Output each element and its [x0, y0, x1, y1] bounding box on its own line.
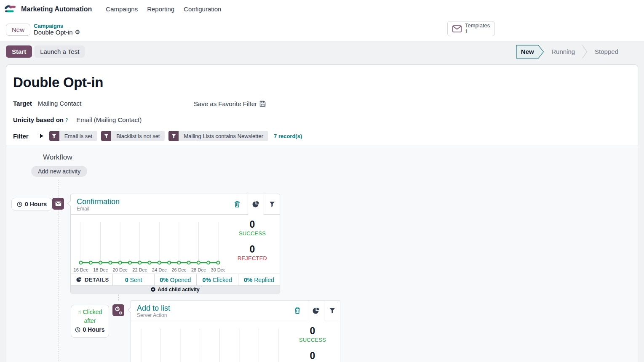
- graph-tab-pie-icon[interactable]: [308, 301, 324, 321]
- unicity-label: Unicity based on: [13, 116, 64, 123]
- svg-text:30 Dec: 30 Dec: [211, 267, 225, 272]
- templates-count: 1: [465, 29, 490, 35]
- menu-campaigns[interactable]: Campaigns: [101, 3, 142, 15]
- add-new-activity-button[interactable]: Add new activity: [31, 166, 87, 177]
- filter-row: Filter Email is set Blacklist is not set: [13, 130, 631, 141]
- trash-icon[interactable]: [232, 199, 242, 209]
- menu-configuration[interactable]: Configuration: [179, 3, 226, 15]
- control-panel: New Campaigns Double Opt-in ⚙ Templates …: [0, 18, 644, 41]
- save-favorite-filter[interactable]: Save as Favorite Filter: [194, 100, 266, 107]
- svg-text:22 Dec: 22 Dec: [132, 267, 147, 272]
- funnel-icon: [49, 131, 59, 141]
- activity-graph-body: 16 Dec18 Dec20 Dec22 Dec24 Dec26 Dec28 D…: [71, 215, 280, 274]
- stage-running[interactable]: Running: [544, 45, 582, 59]
- details-button[interactable]: DETAILS: [71, 274, 112, 285]
- filter-tab-funnel-icon[interactable]: [324, 301, 340, 321]
- top-navbar: Marketing Automation Campaigns Reporting…: [0, 0, 644, 18]
- activity-type: Server Action: [137, 313, 293, 318]
- activity-line-chart: [131, 321, 285, 362]
- trigger-delay: 0 Hours: [25, 201, 47, 208]
- filter-tag-mailing-lists[interactable]: Mailing Lists contains Newsletter: [168, 131, 268, 141]
- app-name[interactable]: Marketing Automation: [21, 5, 92, 13]
- funnel-icon: [168, 131, 179, 141]
- svg-text:18 Dec: 18 Dec: [93, 267, 108, 272]
- success-value: 0: [225, 219, 280, 230]
- activity-kpis: 0 SUCCESS 0: [285, 321, 340, 362]
- graph-tab-pie-icon[interactable]: [248, 194, 264, 215]
- activity-title[interactable]: Add to list: [137, 304, 293, 312]
- envelope-icon[interactable]: [52, 198, 64, 210]
- activity-stats-row: DETAILS 0 Sent 0% Opened 0% Clicked: [71, 274, 280, 285]
- activity-card-add-to-list: Add to list Server Action: [131, 300, 340, 362]
- success-label: SUCCESS: [225, 230, 280, 237]
- menu-reporting[interactable]: Reporting: [142, 3, 179, 15]
- stat-opened[interactable]: 0% Opened: [154, 274, 196, 285]
- campaign-form-sheet: Double Opt-in Target Mailing Contact Sav…: [6, 64, 638, 362]
- stage-new[interactable]: New: [516, 45, 544, 59]
- gears-icon[interactable]: ⚙ ⚙: [112, 304, 124, 316]
- breadcrumb-campaigns-link[interactable]: Campaigns: [34, 23, 80, 29]
- new-button[interactable]: New: [6, 24, 30, 36]
- add-child-activity-button[interactable]: Add child activity: [71, 285, 280, 293]
- trigger-badge-clicked-after[interactable]: ☝ Clicked after 0 Hours: [71, 305, 109, 338]
- start-button[interactable]: Start: [6, 45, 32, 58]
- activity-line-chart: 16 Dec18 Dec20 Dec22 Dec24 Dec26 Dec28 D…: [71, 215, 225, 274]
- stage-new-label: New: [516, 45, 539, 59]
- svg-text:20 Dec: 20 Dec: [113, 267, 128, 272]
- rejected-value: 0: [225, 244, 280, 255]
- templates-button[interactable]: Templates 1: [447, 21, 495, 36]
- trigger-condition: ☝ Clicked after: [78, 309, 102, 324]
- trigger-delay: 0 Hours: [74, 325, 106, 334]
- activity-graph-body: 0 SUCCESS 0: [131, 321, 340, 362]
- activity-card-header: Add to list Server Action: [131, 301, 340, 321]
- activity-card-header: Confirmation Email: [71, 194, 280, 215]
- filter-tag-label: Blacklist is not set: [111, 131, 165, 141]
- save-icon: [259, 101, 266, 107]
- svg-text:26 Dec: 26 Dec: [171, 267, 186, 272]
- filter-tab-funnel-icon[interactable]: [264, 194, 280, 215]
- campaign-title[interactable]: Double Opt-in: [13, 73, 631, 92]
- activity-title[interactable]: Confirmation: [77, 198, 232, 206]
- svg-text:24 Dec: 24 Dec: [152, 267, 167, 272]
- filter-tag-blacklist[interactable]: Blacklist is not set: [101, 131, 165, 141]
- target-value[interactable]: Mailing Contact: [38, 100, 81, 107]
- rejected-value: 0: [285, 350, 340, 361]
- breadcrumb-current: Double Opt-in ⚙: [34, 29, 80, 36]
- campaign-form: Double Opt-in Target Mailing Contact Sav…: [6, 65, 638, 141]
- hand-pointer-icon: ☝: [78, 309, 81, 315]
- unicity-value[interactable]: Email (Mailing Contact): [76, 116, 142, 123]
- stat-clicked[interactable]: 0% Clicked: [196, 274, 238, 285]
- page-background: Start Launch a Test New Running Stopped …: [0, 41, 644, 362]
- breadcrumb: Campaigns Double Opt-in ⚙: [34, 23, 80, 35]
- trigger-badge-hours[interactable]: 0 Hours: [11, 198, 52, 210]
- plus-circle-icon: [151, 287, 155, 292]
- filter-tag-label: Mailing Lists contains Newsletter: [179, 131, 268, 141]
- funnel-icon: [101, 131, 111, 141]
- svg-text:16 Dec: 16 Dec: [74, 267, 88, 272]
- success-value: 0: [285, 325, 340, 336]
- clock-icon: [75, 327, 80, 333]
- success-label: SUCCESS: [285, 337, 340, 343]
- main-menu: Campaigns Reporting Configuration: [101, 3, 226, 15]
- save-favorite-label: Save as Favorite Filter: [194, 100, 257, 107]
- trash-icon[interactable]: [293, 306, 302, 316]
- target-row: Target Mailing Contact Save as Favorite …: [13, 100, 631, 107]
- clock-icon: [17, 202, 22, 207]
- caret-right-icon[interactable]: [40, 134, 43, 138]
- child-connector-line: [118, 292, 119, 301]
- filter-tags: Email is set Blacklist is not set Mailin…: [49, 131, 268, 141]
- rejected-label: REJECTED: [225, 255, 280, 262]
- stage-statusbar: New Running Stopped: [516, 45, 625, 59]
- action-bar: Start Launch a Test New Running Stopped: [0, 41, 644, 62]
- stage-stopped[interactable]: Stopped: [588, 45, 625, 59]
- filter-label: Filter: [13, 133, 29, 140]
- envelope-icon: [452, 25, 462, 32]
- chevron-right-icon: [582, 45, 588, 59]
- record-count-link[interactable]: 7 record(s): [274, 133, 302, 139]
- details-label: DETAILS: [85, 277, 109, 283]
- stat-replied[interactable]: 0% Replied: [238, 274, 280, 285]
- launch-test-button[interactable]: Launch a Test: [35, 45, 85, 58]
- stat-sent[interactable]: 0 Sent: [112, 274, 154, 285]
- filter-tag-email[interactable]: Email is set: [49, 131, 97, 141]
- gear-icon[interactable]: ⚙: [75, 29, 80, 35]
